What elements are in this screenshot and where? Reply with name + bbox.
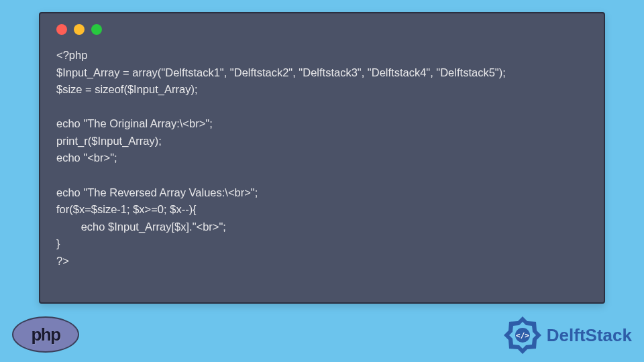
php-logo-ellipse: php	[12, 316, 79, 353]
code-line: print_r($Input_Array);	[56, 135, 162, 147]
code-line: echo "The Original Array:\<br>";	[56, 117, 213, 129]
code-line: echo $Input_Array[$x]."<br>";	[56, 221, 226, 233]
close-icon	[56, 24, 67, 35]
window-controls	[40, 13, 604, 35]
code-line: $size = sizeof($Input_Array);	[56, 83, 197, 95]
minimize-icon	[74, 24, 85, 35]
maximize-icon	[91, 24, 102, 35]
code-line: for($x=$size-1; $x>=0; $x--){	[56, 203, 197, 215]
svg-text:</>: </>	[516, 331, 529, 340]
code-line: $Input_Array = array("Delftstack1", "Del…	[56, 66, 506, 78]
delftstack-logo-text: DelftStack	[547, 325, 632, 346]
code-line: <?php	[56, 49, 87, 61]
code-window: <?php $Input_Array = array("Delftstack1"…	[39, 12, 605, 304]
delftstack-icon: </>	[502, 315, 543, 355]
php-logo-text: php	[31, 324, 60, 345]
php-logo: php	[12, 316, 79, 353]
code-line: echo "<br>";	[56, 152, 117, 164]
code-line: }	[56, 237, 60, 249]
code-block: <?php $Input_Array = array("Delftstack1"…	[40, 35, 604, 269]
code-line: ?>	[56, 255, 69, 267]
code-line: echo "The Reversed Array Values:\<br>";	[56, 186, 258, 198]
delftstack-logo: </> DelftStack	[502, 315, 632, 355]
